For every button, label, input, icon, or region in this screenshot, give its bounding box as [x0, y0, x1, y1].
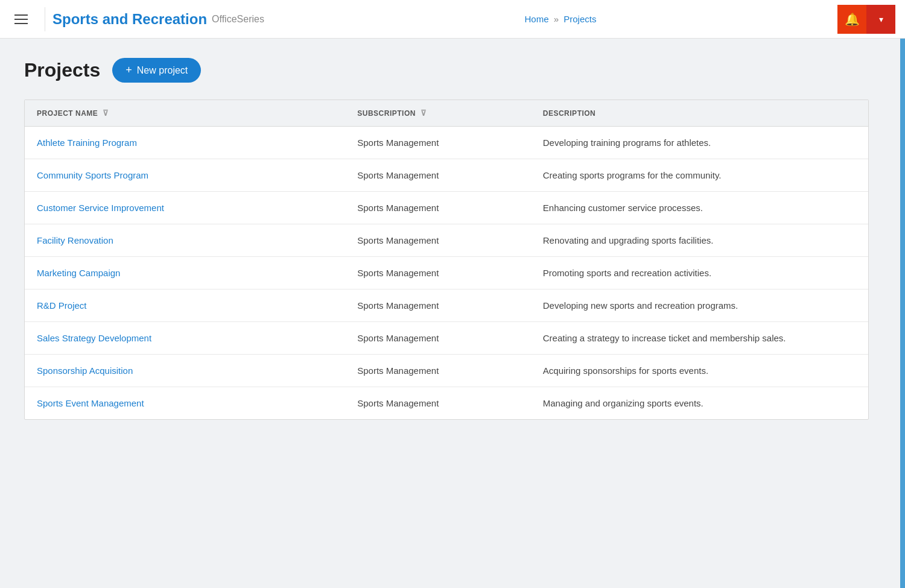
- subscription-cell: Sports Management: [345, 224, 531, 257]
- subscription-cell: Sports Management: [345, 127, 531, 159]
- app-header: Sports and Recreation OfficeSeries Home …: [0, 0, 905, 39]
- page-title: Projects: [24, 59, 100, 81]
- description-cell: Acquiring sponsorships for sports events…: [531, 355, 868, 387]
- table-header: PROJECT NAME ⊽ SUBSCRIPTION ⊽ DESCRIPTIO…: [25, 100, 868, 127]
- table-body: Athlete Training ProgramSports Managemen…: [25, 127, 868, 420]
- project-name-cell[interactable]: Marketing Campaign: [25, 257, 345, 289]
- table-row: Athlete Training ProgramSports Managemen…: [25, 127, 868, 159]
- breadcrumb-current: Projects: [564, 14, 596, 24]
- col-header-description: DESCRIPTION: [531, 100, 868, 127]
- table-row: Community Sports ProgramSports Managemen…: [25, 159, 868, 192]
- col-label-subscription: SUBSCRIPTION: [357, 109, 416, 118]
- subscription-cell: Sports Management: [345, 192, 531, 224]
- projects-table-container: PROJECT NAME ⊽ SUBSCRIPTION ⊽ DESCRIPTIO…: [24, 100, 869, 420]
- project-name-cell[interactable]: Customer Service Improvement: [25, 192, 345, 224]
- page-header: Projects + New project: [24, 58, 881, 83]
- col-label-description: DESCRIPTION: [543, 109, 596, 118]
- description-cell: Renovating and upgrading sports faciliti…: [531, 224, 868, 257]
- filter-icon-subscription[interactable]: ⊽: [421, 109, 427, 118]
- plus-icon: +: [125, 64, 132, 77]
- subscription-cell: Sports Management: [345, 159, 531, 192]
- project-name-cell[interactable]: Athlete Training Program: [25, 127, 345, 159]
- app-title: Sports and Recreation: [52, 11, 207, 28]
- scroll-accent-bar: [900, 39, 905, 588]
- table-header-row: PROJECT NAME ⊽ SUBSCRIPTION ⊽ DESCRIPTIO…: [25, 100, 868, 127]
- table-row: Facility RenovationSports ManagementReno…: [25, 224, 868, 257]
- project-name-cell[interactable]: Facility Renovation: [25, 224, 345, 257]
- new-project-label: New project: [137, 65, 188, 76]
- header-actions: 🔔 ▾: [837, 5, 895, 34]
- hamburger-button[interactable]: [10, 10, 33, 29]
- table-row: Customer Service ImprovementSports Manag…: [25, 192, 868, 224]
- description-cell: Developing new sports and recreation pro…: [531, 289, 868, 322]
- notification-bell-button[interactable]: 🔔: [837, 5, 866, 34]
- subscription-cell: Sports Management: [345, 289, 531, 322]
- project-name-cell[interactable]: Community Sports Program: [25, 159, 345, 192]
- subscription-cell: Sports Management: [345, 257, 531, 289]
- breadcrumb: Home » Projects: [284, 14, 837, 24]
- bell-icon: 🔔: [845, 12, 860, 27]
- description-cell: Managing and organizing sports events.: [531, 387, 868, 420]
- header-divider: [45, 7, 45, 31]
- project-name-cell[interactable]: Sponsorship Acquisition: [25, 355, 345, 387]
- description-cell: Creating sports programs for the communi…: [531, 159, 868, 192]
- project-name-cell[interactable]: R&D Project: [25, 289, 345, 322]
- breadcrumb-separator: »: [554, 14, 559, 24]
- table-row: Sports Event ManagementSports Management…: [25, 387, 868, 420]
- col-header-project-name: PROJECT NAME ⊽: [25, 100, 345, 127]
- project-name-cell[interactable]: Sports Event Management: [25, 387, 345, 420]
- subscription-cell: Sports Management: [345, 322, 531, 355]
- projects-table: PROJECT NAME ⊽ SUBSCRIPTION ⊽ DESCRIPTIO…: [25, 100, 868, 419]
- description-cell: Enhancing customer service processes.: [531, 192, 868, 224]
- chevron-down-icon: ▾: [879, 14, 883, 24]
- main-content: Projects + New project PROJECT NAME ⊽: [0, 39, 905, 439]
- breadcrumb-home[interactable]: Home: [525, 14, 549, 24]
- table-row: Sponsorship AcquisitionSports Management…: [25, 355, 868, 387]
- subscription-cell: Sports Management: [345, 355, 531, 387]
- project-name-cell[interactable]: Sales Strategy Development: [25, 322, 345, 355]
- subscription-cell: Sports Management: [345, 387, 531, 420]
- col-header-subscription: SUBSCRIPTION ⊽: [345, 100, 531, 127]
- col-label-project-name: PROJECT NAME: [37, 109, 98, 118]
- new-project-button[interactable]: + New project: [112, 58, 201, 83]
- app-subtitle: OfficeSeries: [212, 14, 264, 25]
- user-dropdown-button[interactable]: ▾: [866, 5, 895, 34]
- table-row: Marketing CampaignSports ManagementPromo…: [25, 257, 868, 289]
- description-cell: Creating a strategy to increase ticket a…: [531, 322, 868, 355]
- filter-icon-project[interactable]: ⊽: [103, 109, 109, 118]
- description-cell: Promoting sports and recreation activiti…: [531, 257, 868, 289]
- description-cell: Developing training programs for athlete…: [531, 127, 868, 159]
- table-row: Sales Strategy DevelopmentSports Managem…: [25, 322, 868, 355]
- table-row: R&D ProjectSports ManagementDeveloping n…: [25, 289, 868, 322]
